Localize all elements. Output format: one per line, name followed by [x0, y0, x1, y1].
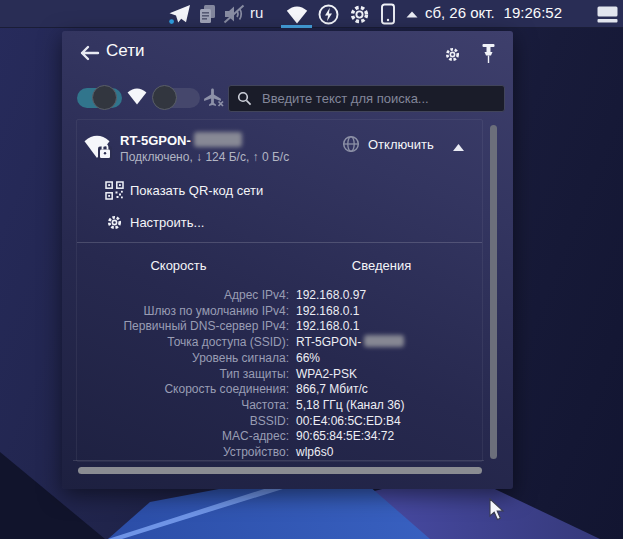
desktop: ru сб, 26 окт. 19:26:52 Сети [0, 0, 623, 539]
globe-icon [342, 135, 360, 153]
top-panel: ru сб, 26 окт. 19:26:52 [0, 0, 623, 28]
search-box[interactable] [228, 85, 505, 112]
phone-icon[interactable] [377, 3, 399, 25]
detail-value: 90:65:84:5E:34:72 [296, 429, 469, 445]
power-profile-icon[interactable] [315, 3, 341, 25]
disconnect-label: Отключить [368, 137, 434, 152]
networks-popup: Сети RT-5GPON- Подключен [62, 31, 513, 489]
expand-tray-arrow-icon[interactable] [403, 3, 421, 25]
tab-speed[interactable]: Скорость [77, 252, 280, 278]
telegram-icon[interactable] [167, 3, 192, 25]
detail-value: 66% [296, 351, 469, 367]
detail-label: Шлюз по умолчанию IPv4: [77, 304, 289, 320]
collapse-arrow-icon[interactable] [452, 143, 465, 152]
vertical-scrollbar[interactable] [490, 125, 497, 459]
detail-value: WPA2-PSK [296, 367, 469, 383]
detail-label: Точка доступа (SSID): [77, 335, 289, 351]
detail-value: 5,18 ГГц (Канал 36) [296, 398, 469, 414]
redacted-ssid [194, 132, 242, 147]
active-applet-underline [281, 25, 312, 28]
details-list: Адрес IPv4: 192.168.0.97 Шлюз по умолчан… [77, 288, 469, 461]
tab-details[interactable]: Сведения [280, 252, 483, 278]
detail-row: MAC-адрес: 90:65:84:5E:34:72 [77, 429, 469, 445]
configure-row-gear-icon [106, 214, 123, 231]
detail-row: Скорость соединения: 866,7 Мбит/с [77, 382, 469, 398]
show-panel-icon[interactable] [595, 3, 619, 25]
detail-label: Адрес IPv4: [77, 288, 289, 304]
bottom-divider [73, 460, 484, 461]
mouse-cursor [488, 498, 508, 522]
configure-button[interactable]: Настроить... [130, 215, 204, 230]
detail-value: 192.168.0.1 [296, 319, 469, 335]
wifi-icon[interactable] [283, 3, 310, 25]
detail-row: Устройство: wlp6s0 [77, 445, 469, 461]
detail-value: 192.168.0.1 [296, 304, 469, 320]
wifi-locked-icon [81, 130, 117, 162]
detail-label: Скорость соединения: [77, 382, 289, 398]
detail-value: 866,7 Мбит/с [296, 382, 469, 398]
airplane-mode-off-icon [202, 87, 225, 108]
configure-popup-button[interactable] [443, 45, 461, 63]
digital-clock[interactable]: сб, 26 окт. 19:26:52 [425, 4, 562, 21]
popup-title: Сети [106, 41, 144, 61]
detail-label: Частота: [77, 398, 289, 414]
detail-label: Первичный DNS-сервер IPv4: [77, 319, 289, 335]
search-input[interactable] [260, 90, 496, 107]
show-qr-button[interactable]: Показать QR-код сети [130, 183, 263, 198]
detail-row: Тип защиты: WPA2-PSK [77, 367, 469, 383]
detail-row: Частота: 5,18 ГГц (Канал 36) [77, 398, 469, 414]
detail-label: BSSID: [77, 414, 289, 430]
detail-row: Первичный DNS-сервер IPv4: 192.168.0.1 [77, 319, 469, 335]
clock-time: 19:26:52 [504, 4, 562, 21]
disconnect-button[interactable]: Отключить [342, 135, 434, 153]
detail-row: Шлюз по умолчанию IPv4: 192.168.0.1 [77, 304, 469, 320]
settings-icon[interactable] [346, 3, 372, 25]
section-divider [77, 242, 482, 243]
detail-row: Адрес IPv4: 192.168.0.97 [77, 288, 469, 304]
detail-value: 00:E4:06:5C:ED:B4 [296, 414, 469, 430]
horizontal-scrollbar[interactable] [78, 467, 482, 474]
wifi-toggle-icon [125, 86, 149, 105]
detail-row: BSSID: 00:E4:06:5C:ED:B4 [77, 414, 469, 430]
detail-label: MAC-адрес: [77, 429, 289, 445]
keyboard-layout-indicator[interactable]: ru [250, 4, 263, 21]
detail-value: RT-5GPON- [296, 335, 469, 351]
detail-row: Уровень сигнала: 66% [77, 351, 469, 367]
audio-muted-icon[interactable] [221, 3, 247, 25]
airplane-toggle-knob[interactable] [152, 85, 177, 110]
detail-label: Уровень сигнала: [77, 351, 289, 367]
redacted-ssid-value [364, 335, 404, 347]
clock-date: сб, 26 окт. [425, 4, 495, 21]
detail-value: 192.168.0.97 [296, 288, 469, 304]
qr-code-icon [105, 181, 124, 200]
back-button[interactable] [77, 43, 101, 63]
detail-label: Тип защиты: [77, 367, 289, 383]
detail-value: wlp6s0 [296, 445, 469, 461]
network-ssid-prefix: RT-5GPON- [120, 133, 191, 148]
network-ssid[interactable]: RT-5GPON- [120, 132, 242, 148]
network-status: Подключено, ↓ 124 Б/с, ↑ 0 Б/с [120, 150, 289, 164]
detail-row: Точка доступа (SSID): RT-5GPON- [77, 335, 469, 351]
search-icon [237, 91, 252, 106]
pin-icon[interactable] [480, 42, 496, 64]
detail-label: Устройство: [77, 445, 289, 461]
clipboard-icon[interactable] [196, 3, 218, 25]
wifi-toggle-knob[interactable] [92, 85, 117, 110]
